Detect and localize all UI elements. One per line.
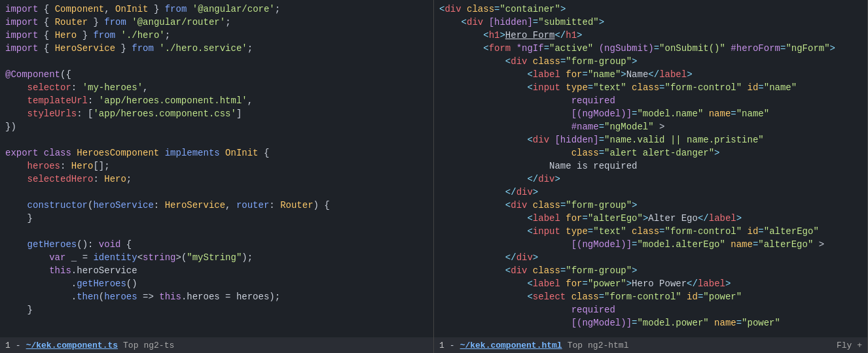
code-line-6: @Component({ — [0, 68, 433, 81]
rcode-line-15: </div> — [434, 186, 867, 199]
rcode-line-14: </div> — [434, 173, 867, 186]
code-line-20: var _ = identity<string>("myString"); — [0, 251, 433, 264]
code-line-15 — [0, 186, 433, 199]
rcode-line-1: <div class="container"> — [434, 3, 867, 16]
code-line-8: templateUrl: 'app/heroes.component.html'… — [0, 94, 433, 107]
rcode-line-18: <input type="text" class="form-control" … — [434, 225, 867, 238]
right-fly: Fly + — [837, 341, 862, 350]
rcode-line-4: <form *ngIf="active" (ngSubmit)="onSubmi… — [434, 42, 867, 55]
rcode-line-2: <div [hidden]="submitted"> — [434, 16, 867, 29]
rcode-line-20: </div> — [434, 251, 867, 264]
rcode-line-25: [(ngModel)]="model.power" name="power" — [434, 316, 867, 329]
right-status-bar: 1 - ~/kek.component.html Top ng2-html Fl… — [434, 337, 867, 353]
rcode-line-11: <div [hidden]="name.valid || name.pristi… — [434, 133, 867, 146]
rcode-line-17: <label for="alterEgo">Alter Ego</label> — [434, 212, 867, 225]
right-line-number: 1 — [439, 341, 444, 350]
left-pane: import { Component, OnInit } from '@angu… — [0, 0, 434, 353]
left-line-number: 1 — [5, 341, 10, 350]
left-plugin: ng2-ts — [143, 341, 174, 350]
code-line-5 — [0, 55, 433, 68]
code-line-23: .then(heroes => this.heroes = heroes); — [0, 290, 433, 303]
rcode-line-12: class="alert alert-danger"> — [434, 146, 867, 160]
right-position: Top — [568, 341, 583, 350]
code-line-10: }) — [0, 120, 433, 133]
code-line-4: import { HeroService } from './hero.serv… — [0, 42, 433, 55]
right-filename: ~/kek.component.html — [460, 341, 562, 350]
rcode-line-7: <input type="text" class="form-control" … — [434, 81, 867, 94]
rcode-line-16: <div class="form-group"> — [434, 199, 867, 212]
code-line-19: getHeroes(): void { — [0, 238, 433, 251]
code-line-11 — [0, 133, 433, 146]
rcode-line-24: required — [434, 303, 867, 316]
code-line-12: export class HeroesComponent implements … — [0, 146, 433, 160]
code-line-16: constructor(heroService: HeroService, ro… — [0, 199, 433, 212]
rcode-line-9: [(ngModel)]="model.name" name="name" — [434, 107, 867, 120]
rcode-line-6: <label for="name">Name</label> — [434, 68, 867, 81]
left-filename: ~/kek.component.ts — [26, 341, 118, 350]
rcode-line-10: #name="ngModel" > — [434, 120, 867, 133]
code-line-7: selector: 'my-heroes', — [0, 81, 433, 94]
code-line-1: import { Component, OnInit } from '@angu… — [0, 3, 433, 16]
code-line-24: } — [0, 303, 433, 316]
code-line-18 — [0, 225, 433, 238]
rcode-line-8: required — [434, 94, 867, 107]
rcode-line-13: Name is required — [434, 160, 867, 173]
rcode-line-3: <h1>Hero Form</h1> — [434, 29, 867, 42]
code-line-13: heroes: Hero[]; — [0, 160, 433, 173]
code-line-9: styleUrls: ['app/heroes.component.css'] — [0, 107, 433, 120]
rcode-line-22: <label for="power">Hero Power</label> — [434, 277, 867, 290]
code-line-3: import { Hero } from './hero'; — [0, 29, 433, 42]
code-line-21: this.heroService — [0, 264, 433, 277]
rcode-line-5: <div class="form-group"> — [434, 55, 867, 68]
left-position: Top — [123, 341, 138, 350]
rcode-line-19: [(ngModel)]="model.alterEgo" name="alter… — [434, 238, 867, 251]
rcode-line-21: <div class="form-group"> — [434, 264, 867, 277]
right-plugin: ng2-html — [588, 341, 628, 350]
right-pane: <div class="container"> <div [hidden]="s… — [434, 0, 868, 353]
code-line-17: } — [0, 212, 433, 225]
code-line-2: import { Router } from '@angular/router'… — [0, 16, 433, 29]
code-line-14: selectedHero: Hero; — [0, 173, 433, 186]
left-status-bar: 1 - ~/kek.component.ts Top ng2-ts — [0, 337, 433, 353]
rcode-line-23: <select class="form-control" id="power" — [434, 290, 867, 303]
code-line-22: .getHeroes() — [0, 277, 433, 290]
